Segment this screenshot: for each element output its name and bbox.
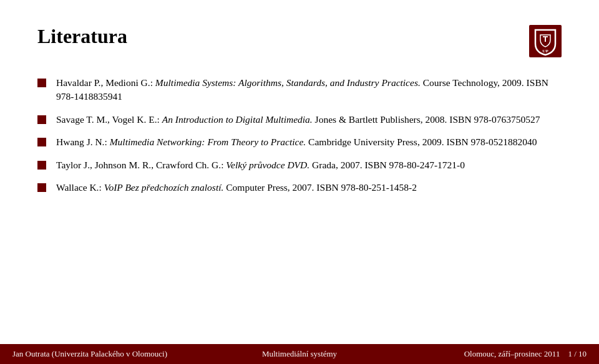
svg-rect-2 [545,36,546,42]
bib-item: Taylor J., Johnson M. R., Crawford Ch. G… [37,158,562,172]
bullet-icon [37,79,46,87]
footer-location-date: Olomouc, září–prosinec 2011 [464,349,560,358]
bib-text: Wallace K.: VoIP Bez předchozích znalost… [56,181,562,194]
bullet-icon [37,115,46,124]
slide: Literatura UP Havaldar P., Medioni G.: M… [0,0,599,364]
bib-text: Savage T. M., Vogel K. E.: An Introducti… [56,113,562,127]
bullet-icon [37,138,46,146]
bib-item: Wallace K.: VoIP Bez předchozích znalost… [37,181,562,194]
slide-title: Literatura [37,25,127,48]
bullet-icon [37,183,46,192]
footer-info: Olomouc, září–prosinec 2011 1 / 10 [395,349,587,359]
slide-header: Literatura UP [37,25,562,57]
footer-course: Multimediální systémy [204,349,396,359]
footer-author: Jan Outrata (Univerzita Palackého v Olom… [12,349,204,359]
university-logo: UP [529,25,562,57]
bib-text: Hwang J. N.: Multimedia Networking: From… [56,135,562,149]
bib-item: Havaldar P., Medioni G.: Multimedia Syst… [37,76,562,104]
bibliography-list: Havaldar P., Medioni G.: Multimedia Syst… [37,76,562,195]
bib-item: Hwang J. N.: Multimedia Networking: From… [37,135,562,149]
bib-text: Taylor J., Johnson M. R., Crawford Ch. G… [56,158,562,172]
bib-item: Savage T. M., Vogel K. E.: An Introducti… [37,113,562,127]
bullet-icon [37,161,46,170]
bib-text: Havaldar P., Medioni G.: Multimedia Syst… [56,76,562,104]
slide-footer: Jan Outrata (Univerzita Palackého v Olom… [0,344,599,364]
footer-page: 1 / 10 [568,349,587,358]
svg-text:UP: UP [542,49,548,54]
